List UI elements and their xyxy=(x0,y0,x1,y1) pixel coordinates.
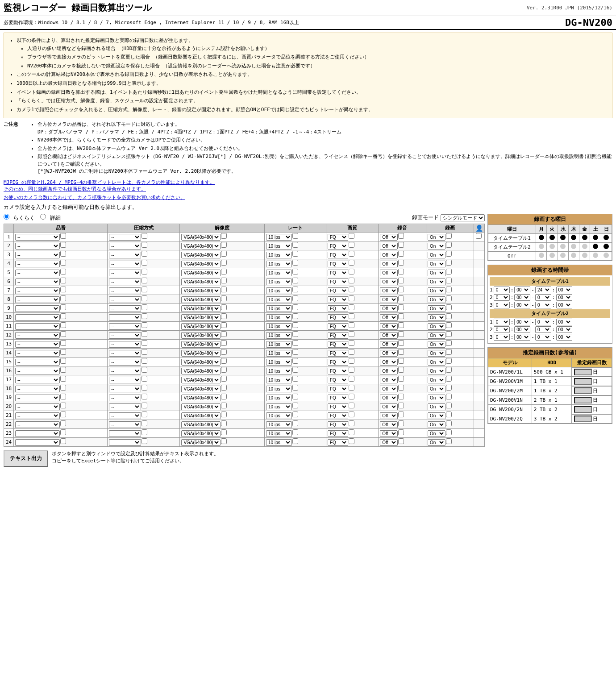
timetable-h2-select[interactable]: 0123456789101112131415161718192021222324 xyxy=(535,326,551,333)
camera-audio-checkbox[interactable] xyxy=(398,403,404,408)
camera-audio-checkbox[interactable] xyxy=(398,385,404,391)
camera-audio-select[interactable]: OffOn xyxy=(380,261,398,267)
camera-rate-select[interactable]: 10 ips1 ips2 ips3 ips5 ips15 ips30 ips xyxy=(266,403,292,410)
camera-rec-checkbox[interactable] xyxy=(446,304,452,310)
camera-comp-checkbox[interactable] xyxy=(142,233,147,239)
weekday-cell[interactable] xyxy=(601,233,612,242)
output-button[interactable]: テキスト出力 xyxy=(4,450,48,467)
camera-comp-select[interactable]: --H.264MPEG-4MJPEG xyxy=(109,252,141,258)
camera-audio-select[interactable]: OffOn xyxy=(380,430,398,437)
camera-qual-checkbox[interactable] xyxy=(349,287,354,292)
camera-res-checkbox[interactable] xyxy=(221,242,227,248)
camera-qual-checkbox[interactable] xyxy=(349,251,354,257)
camera-comp-select[interactable]: --H.264MPEG-4MJPEG xyxy=(109,261,141,267)
camera-audio-select[interactable]: OffOn xyxy=(380,323,398,330)
camera-qual-checkbox[interactable] xyxy=(349,304,354,310)
camera-comp-checkbox[interactable] xyxy=(142,322,147,328)
camera-rec-select[interactable]: OnOff xyxy=(428,261,445,267)
camera-qual-checkbox[interactable] xyxy=(349,420,354,426)
camera-comp-select[interactable]: --H.264MPEG-4MJPEG xyxy=(109,395,141,401)
camera-comp-select[interactable]: --H.264MPEG-4MJPEG xyxy=(109,350,141,357)
mode-rakuraku-radio[interactable] xyxy=(4,214,9,220)
camera-qual-checkbox[interactable] xyxy=(349,376,354,382)
camera-res-select[interactable]: VGA(640x480)QVGA(320x240)1280x9601920x10… xyxy=(181,341,221,348)
camera-rate-checkbox[interactable] xyxy=(292,340,298,346)
camera-res-select[interactable]: VGA(640x480)QVGA(320x240)1280x9601920x10… xyxy=(181,421,221,428)
camera-rate-checkbox[interactable] xyxy=(292,313,298,319)
camera-qual-checkbox[interactable] xyxy=(349,340,354,346)
camera-rate-select[interactable]: 10 ips1 ips2 ips3 ips5 ips15 ips30 ips xyxy=(266,341,292,348)
camera-rate-checkbox[interactable] xyxy=(292,278,298,283)
weekday-cell[interactable] xyxy=(558,242,568,251)
camera-qual-select[interactable]: FQNQEQ xyxy=(328,412,348,419)
camera-rate-checkbox[interactable] xyxy=(292,385,298,391)
mode-detail-radio[interactable] xyxy=(40,214,46,220)
camera-model-select[interactable]: --BB-HCM311BB-HCM331BL-C101DG-SC385 xyxy=(15,350,60,357)
camera-rate-checkbox[interactable] xyxy=(292,420,298,426)
camera-rec-checkbox[interactable] xyxy=(446,233,452,239)
camera-audio-checkbox[interactable] xyxy=(398,394,404,399)
camera-audio-checkbox[interactable] xyxy=(398,242,404,248)
timetable-m2-select[interactable]: 00153045 xyxy=(556,334,572,341)
camera-rec-checkbox[interactable] xyxy=(446,242,452,248)
camera-comp-select[interactable]: --H.264MPEG-4MJPEG xyxy=(109,332,141,339)
camera-rec-checkbox[interactable] xyxy=(446,394,452,399)
camera-rec-checkbox[interactable] xyxy=(446,403,452,408)
camera-qual-checkbox[interactable] xyxy=(349,242,354,248)
camera-comp-checkbox[interactable] xyxy=(142,304,147,310)
camera-audio-checkbox[interactable] xyxy=(398,412,404,417)
camera-rate-checkbox[interactable] xyxy=(292,269,298,274)
camera-comp-select[interactable]: --H.264MPEG-4MJPEG xyxy=(109,421,141,428)
camera-rec-select[interactable]: OnOff xyxy=(428,430,445,437)
camera-qual-checkbox[interactable] xyxy=(349,278,354,283)
timetable-m2-select[interactable]: 00153045 xyxy=(556,302,572,308)
camera-res-checkbox[interactable] xyxy=(221,385,227,391)
camera-rate-select[interactable]: 10 ips1 ips2 ips3 ips5 ips15 ips30 ips xyxy=(266,314,292,321)
camera-audio-select[interactable]: OffOn xyxy=(380,359,398,366)
camera-res-select[interactable]: VGA(640x480)QVGA(320x240)1280x9601920x10… xyxy=(181,377,221,383)
mode-rakuraku-label[interactable]: らくらく xyxy=(4,214,35,222)
weekday-cell[interactable] xyxy=(547,251,558,260)
camera-rec-select[interactable]: OnOff xyxy=(428,234,445,241)
camera-comp-checkbox[interactable] xyxy=(142,295,147,301)
camera-rec-checkbox[interactable] xyxy=(446,438,452,444)
camera-rate-checkbox[interactable] xyxy=(292,367,298,373)
camera-model-select[interactable]: --BB-HCM311BB-HCM331BL-C101DG-SC385 xyxy=(15,323,60,330)
camera-comp-checkbox[interactable] xyxy=(142,242,147,248)
weekday-cell[interactable] xyxy=(579,251,590,260)
timetable-h1-select[interactable]: 0123456789101112131415161718192021222324 xyxy=(494,334,510,341)
camera-comp-checkbox[interactable] xyxy=(142,429,147,435)
camera-res-select[interactable]: VGA(640x480)QVGA(320x240)1280x9601920x10… xyxy=(181,350,221,357)
camera-qual-select[interactable]: FQNQEQ xyxy=(328,261,348,267)
camera-qual-checkbox[interactable] xyxy=(349,438,354,444)
camera-rate-checkbox[interactable] xyxy=(292,242,298,248)
camera-comp-select[interactable]: --H.264MPEG-4MJPEG xyxy=(109,412,141,419)
camera-model-select[interactable]: --BB-HCM311BB-HCM331BL-C101DG-SC385 xyxy=(15,234,60,241)
camera-rec-checkbox[interactable] xyxy=(446,295,452,301)
camera-qual-select[interactable]: FQNQEQ xyxy=(328,305,348,312)
weekday-cell[interactable] xyxy=(536,242,547,251)
camera-audio-select[interactable]: OffOn xyxy=(380,412,398,419)
camera-rec-select[interactable]: OnOff xyxy=(428,243,445,249)
camera-model-select[interactable]: --BB-HCM311BB-HCM331BL-C101DG-SC385 xyxy=(15,359,60,366)
camera-comp-checkbox[interactable] xyxy=(142,367,147,373)
estimate-days-input[interactable] xyxy=(574,406,592,413)
camera-qual-checkbox[interactable] xyxy=(349,233,354,239)
camera-rec-select[interactable]: OnOff xyxy=(428,305,445,312)
camera-model-checkbox[interactable] xyxy=(60,376,66,382)
camera-audio-checkbox[interactable] xyxy=(398,233,404,239)
camera-qual-checkbox[interactable] xyxy=(349,367,354,373)
camera-rate-checkbox[interactable] xyxy=(292,260,298,266)
camera-comp-select[interactable]: --H.264MPEG-4MJPEG xyxy=(109,243,141,249)
timetable-h1-select[interactable]: 0123456789101112131415161718192021222324 xyxy=(494,302,510,308)
camera-res-checkbox[interactable] xyxy=(221,278,227,283)
camera-model-select[interactable]: --BB-HCM311BB-HCM331BL-C101DG-SC385 xyxy=(15,270,60,276)
camera-qual-checkbox[interactable] xyxy=(349,385,354,391)
camera-audio-checkbox[interactable] xyxy=(398,420,404,426)
timetable-h1-select[interactable]: 0123456789101112131415161718192021222324 xyxy=(494,294,510,301)
weekday-cell[interactable] xyxy=(579,242,590,251)
timetable-h2-select[interactable]: 0123456789101112131415161718192021222324 xyxy=(535,319,551,325)
camera-comp-checkbox[interactable] xyxy=(142,394,147,399)
camera-comp-select[interactable]: --H.264MPEG-4MJPEG xyxy=(109,234,141,241)
camera-rate-checkbox[interactable] xyxy=(292,403,298,408)
